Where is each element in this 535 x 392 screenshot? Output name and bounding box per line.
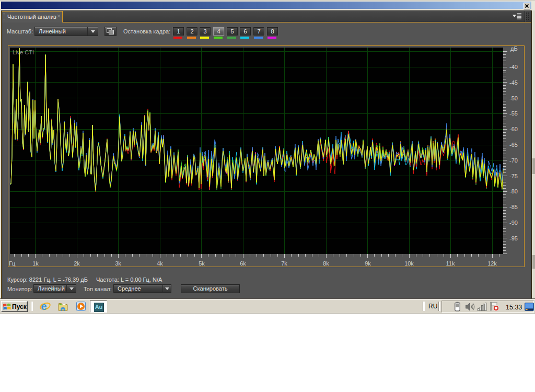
svg-text:-60: -60 (509, 126, 518, 132)
svg-text:-65: -65 (509, 142, 518, 148)
svg-text:-40: -40 (509, 64, 518, 70)
svg-text:10k: 10k (404, 260, 414, 267)
svg-text:-80: -80 (509, 188, 518, 194)
svg-text:-70: -70 (509, 157, 518, 164)
svg-text:Гц: Гц (9, 260, 16, 267)
svg-text:-85: -85 (509, 204, 518, 210)
svg-text:-95: -95 (509, 235, 518, 241)
svg-text:4k: 4k (157, 260, 163, 267)
svg-text:-75: -75 (509, 173, 518, 179)
svg-text:-90: -90 (509, 220, 518, 226)
svg-text:3k: 3k (115, 260, 121, 267)
svg-text:6k: 6k (240, 260, 246, 267)
svg-text:-45: -45 (509, 79, 518, 86)
svg-text:11k: 11k (446, 260, 455, 267)
svg-text:8k: 8k (323, 260, 329, 267)
svg-text:-50: -50 (509, 95, 518, 101)
svg-text:-55: -55 (509, 110, 518, 117)
svg-text:дБ: дБ (510, 46, 518, 52)
svg-text:2k: 2k (74, 260, 80, 267)
svg-text:12k: 12k (487, 260, 497, 267)
svg-text:Live CTI: Live CTI (13, 49, 34, 55)
svg-text:9k: 9k (365, 260, 371, 267)
svg-text:1k: 1k (32, 260, 39, 267)
svg-text:7k: 7k (281, 260, 287, 267)
svg-text:5k: 5k (199, 260, 205, 267)
svg-text:e: e (41, 301, 47, 312)
